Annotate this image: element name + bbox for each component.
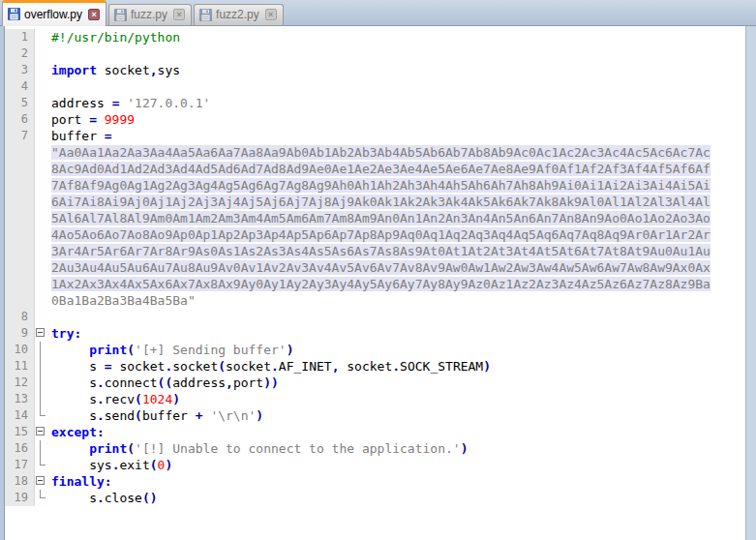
fold-collapse-icon[interactable] xyxy=(35,424,49,440)
code-text: sys.exit(0) xyxy=(49,457,172,473)
close-icon[interactable]: × xyxy=(265,9,277,20)
code-editor[interactable]: 1#!/usr/bin/python23import socket,sys45a… xyxy=(5,26,745,540)
fold-margin xyxy=(35,292,49,309)
fold-guide-line xyxy=(35,391,49,407)
selected-text: 8Ac9Ad0Ad1Ad2Ad3Ad4Ad5Ad6Ad7Ad8Ad9Ae0Ae1… xyxy=(51,162,711,176)
code-text: s.close() xyxy=(49,490,158,506)
line-number xyxy=(5,276,35,292)
line-number: 18 xyxy=(5,473,35,490)
code-row: 10 print('[+] Sending buffer') xyxy=(5,342,745,358)
code-row: 13 s.recv(1024) xyxy=(5,391,745,407)
code-row: 17 sys.exit(0) xyxy=(5,457,745,473)
tab-bar: overflow.py×fuzz.py×fuzz2.py× xyxy=(0,0,756,26)
code-row: "Aa0Aa1Aa2Aa3Aa4Aa5Aa6Aa7Aa8Aa9Ab0Ab1Ab2… xyxy=(5,144,745,161)
tab-fuzz-py[interactable]: fuzz.py× xyxy=(108,4,192,25)
line-number: 10 xyxy=(5,342,35,358)
code-text xyxy=(49,78,51,95)
fold-guide-line xyxy=(35,407,49,424)
line-number: 8 xyxy=(5,309,35,325)
fold-guide-line xyxy=(35,342,49,358)
fold-margin xyxy=(35,111,49,128)
code-text: s = socket.socket(socket.AF_INET, socket… xyxy=(49,358,491,375)
tab-overflow-py[interactable]: overflow.py× xyxy=(2,0,106,26)
code-row: 8Ac9Ad0Ad1Ad2Ad3Ad4Ad5Ad6Ad7Ad8Ad9Ae0Ae1… xyxy=(5,161,745,177)
fold-margin xyxy=(35,78,49,95)
fold-margin xyxy=(35,161,49,177)
code-text: s.recv(1024) xyxy=(49,391,180,407)
line-number: 6 xyxy=(5,111,35,128)
fold-guide-line xyxy=(35,457,49,473)
fold-margin xyxy=(35,194,49,210)
fold-margin xyxy=(35,210,49,226)
code-row: 0Ba1Ba2Ba3Ba4Ba5Ba" xyxy=(5,292,745,309)
code-text: 5Al6Al7Al8Al9Am0Am1Am2Am3Am4Am5Am6Am7Am8… xyxy=(49,210,711,226)
fold-margin xyxy=(35,45,49,62)
code-row: 9try: xyxy=(5,325,745,342)
code-text: finally: xyxy=(49,473,112,490)
line-number: 9 xyxy=(5,325,35,342)
code-text: 6Ai7Ai8Ai9Aj0Aj1Aj2Aj3Aj4Aj5Aj6Aj7Aj8Aj9… xyxy=(49,194,711,210)
tab-fuzz2-py[interactable]: fuzz2.py× xyxy=(194,4,284,25)
code-text: 2Au3Au4Au5Au6Au7Au8Au9Av0Av1Av2Av3Av4Av5… xyxy=(49,259,711,276)
fold-margin xyxy=(35,243,49,259)
close-icon[interactable]: × xyxy=(88,9,100,20)
code-text: buffer = xyxy=(49,128,112,144)
selected-text: "Aa0Aa1Aa2Aa3Aa4Aa5Aa6Aa7Aa8Aa9Ab0Ab1Ab2… xyxy=(51,145,711,160)
close-icon[interactable]: × xyxy=(173,9,185,20)
line-number: 3 xyxy=(5,62,35,78)
tab-label: fuzz.py xyxy=(131,8,167,21)
code-text: s.connect((address,port)) xyxy=(49,375,279,391)
fold-collapse-icon[interactable] xyxy=(35,473,49,490)
code-row: 5Al6Al7Al8Al9Am0Am1Am2Am3Am4Am5Am6Am7Am8… xyxy=(5,210,745,226)
scrollbar-track[interactable] xyxy=(745,26,756,540)
fold-margin xyxy=(35,128,49,144)
code-text: #!/usr/bin/python xyxy=(49,29,180,45)
fold-margin xyxy=(35,309,49,325)
fold-margin xyxy=(35,276,49,292)
code-row: 15except: xyxy=(5,424,745,440)
line-number xyxy=(5,194,35,210)
line-number xyxy=(5,259,35,276)
code-text: address = '127.0.0.1' xyxy=(49,95,210,111)
notepadpp-window: overflow.py×fuzz.py×fuzz2.py× 1#!/usr/bi… xyxy=(0,0,756,540)
fold-margin xyxy=(35,62,49,78)
selected-text: 5Al6Al7Al8Al9Am0Am1Am2Am3Am4Am5Am6Am7Am8… xyxy=(51,211,711,225)
code-text: try: xyxy=(49,325,81,342)
code-row: 11 s = socket.socket(socket.AF_INET, soc… xyxy=(5,358,745,375)
line-number xyxy=(5,210,35,226)
line-number: 4 xyxy=(5,78,35,95)
fold-guide-line xyxy=(35,375,49,391)
floppy-disk-icon xyxy=(114,9,127,21)
selected-text: 7Af8Af9Ag0Ag1Ag2Ag3Ag4Ag5Ag6Ag7Ag8Ag9Ah0… xyxy=(51,178,711,193)
fold-margin xyxy=(35,259,49,276)
line-number: 12 xyxy=(5,375,35,391)
code-row: 7buffer = xyxy=(5,128,745,144)
fold-collapse-icon[interactable] xyxy=(35,325,49,342)
fold-guide-line xyxy=(35,490,49,506)
line-number: 11 xyxy=(5,358,35,375)
code-text: s.send(buffer + '\r\n') xyxy=(49,407,263,424)
selected-text: 1Ax2Ax3Ax4Ax5Ax6Ax7Ax8Ax9Ay0Ay1Ay2Ay3Ay4… xyxy=(51,277,711,291)
line-number: 13 xyxy=(5,391,35,407)
line-number: 16 xyxy=(5,440,35,457)
line-number: 1 xyxy=(5,29,35,45)
line-number: 7 xyxy=(5,128,35,144)
code-row: 6Ai7Ai8Ai9Aj0Aj1Aj2Aj3Aj4Aj5Aj6Aj7Aj8Aj9… xyxy=(5,194,745,210)
code-row: 6port = 9999 xyxy=(5,111,745,128)
code-row: 5address = '127.0.0.1' xyxy=(5,95,745,111)
code-row: 4 xyxy=(5,78,745,95)
code-text: 3Ar4Ar5Ar6Ar7Ar8Ar9As0As1As2As3As4As5As6… xyxy=(49,243,711,259)
floppy-disk-icon xyxy=(8,8,20,20)
line-number xyxy=(5,292,35,309)
selected-text: 2Au3Au4Au5Au6Au7Au8Au9Av0Av1Av2Av3Av4Av5… xyxy=(51,260,711,275)
line-number: 19 xyxy=(5,490,35,506)
code-row: 2Au3Au4Au5Au6Au7Au8Au9Av0Av1Av2Av3Av4Av5… xyxy=(5,259,745,276)
line-number: 15 xyxy=(5,424,35,440)
code-text xyxy=(49,309,51,325)
line-number xyxy=(5,161,35,177)
line-number: 14 xyxy=(5,407,35,424)
fold-margin xyxy=(35,95,49,111)
code-row: 18finally: xyxy=(5,473,745,490)
code-text: except: xyxy=(49,424,105,440)
code-row: 3import socket,sys xyxy=(5,62,745,78)
